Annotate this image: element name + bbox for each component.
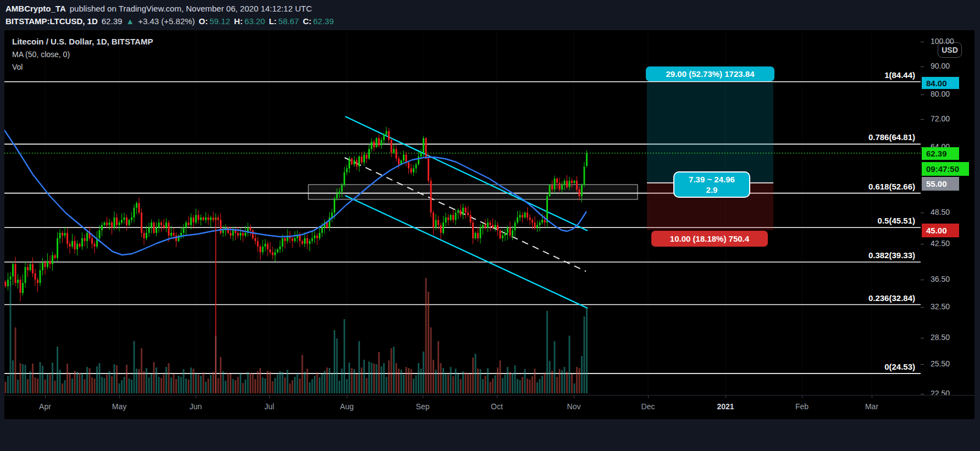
chart-widget: Litecoin / U.S. Dollar, 1D, BITSTAMP MA … bbox=[4, 30, 975, 419]
time-tick-mark bbox=[269, 396, 270, 398]
fib-level-label[interactable]: 0.5(45.51) bbox=[878, 216, 915, 225]
open-label: O: bbox=[199, 16, 208, 26]
time-tick-mark bbox=[726, 396, 726, 398]
chart-canvas bbox=[4, 30, 921, 395]
price-tick-mark bbox=[921, 213, 924, 213]
price-tick-mark bbox=[921, 364, 924, 365]
target-price-axis-label[interactable]: 84.00 bbox=[922, 77, 959, 89]
time-axis[interactable]: AprMayJunJulAugSepOctNovDec2021FebMar bbox=[4, 395, 975, 419]
riskreward-range: 7.39 ~ 24.96 bbox=[689, 174, 735, 185]
price-tick-label: 25.50 bbox=[931, 359, 950, 368]
close-label: C: bbox=[303, 16, 312, 26]
time-tick-mark bbox=[347, 396, 347, 398]
price-tick-mark bbox=[921, 394, 924, 394]
price-tick-label: 42.50 bbox=[931, 239, 950, 248]
ma-study-label[interactable]: MA (50, close, 0) bbox=[12, 50, 70, 59]
price-tick-label: 28.50 bbox=[931, 333, 950, 342]
time-axis-label: Mar bbox=[865, 402, 878, 411]
time-axis-label: Jun bbox=[190, 402, 202, 411]
time-tick-mark bbox=[574, 396, 574, 398]
open-value: 59.12 bbox=[209, 16, 230, 26]
price-tick-label: 72.00 bbox=[931, 114, 950, 123]
price-tick-label: 32.50 bbox=[931, 302, 950, 311]
time-axis-label: Jul bbox=[264, 402, 274, 411]
price-tick-mark bbox=[921, 338, 924, 338]
position-riskreward-label[interactable]: 7.39 ~ 24.96 2.9 bbox=[673, 171, 750, 198]
price-axis[interactable]: USD 100.0090.0080.0072.0064.0048.5042.50… bbox=[921, 30, 975, 395]
riskreward-ratio: 2.9 bbox=[706, 185, 718, 195]
author-name: AMBCrypto_TA bbox=[5, 4, 66, 13]
price-tick-label: 48.50 bbox=[931, 208, 950, 216]
price-tick-label: 80.00 bbox=[931, 90, 950, 98]
time-axis-label: Nov bbox=[567, 402, 581, 411]
volume-study-label[interactable]: Vol bbox=[12, 63, 23, 71]
time-axis-label: Apr bbox=[39, 402, 51, 411]
publish-header: AMBCrypto_TA published on TradingView.co… bbox=[0, 0, 980, 30]
price-pane[interactable]: Litecoin / U.S. Dollar, 1D, BITSTAMP MA … bbox=[4, 30, 921, 395]
fib-level-label[interactable]: 0(24.53) bbox=[884, 362, 915, 371]
time-tick-mark bbox=[802, 396, 802, 398]
price-tick-mark bbox=[921, 119, 924, 120]
high-label: H: bbox=[234, 16, 243, 26]
price-tick-mark bbox=[921, 280, 924, 280]
volume-layer bbox=[5, 278, 588, 393]
bar-countdown-label: 09:47:50 bbox=[922, 162, 969, 176]
time-axis-label: Oct bbox=[491, 402, 503, 411]
time-tick-mark bbox=[497, 396, 497, 398]
price-tick-mark bbox=[921, 94, 924, 95]
low-label: L: bbox=[269, 16, 276, 26]
price-tick-label: 90.00 bbox=[931, 62, 950, 70]
time-axis-label: Aug bbox=[340, 402, 354, 411]
rect-drawing-layer bbox=[308, 185, 638, 199]
low-value: 58.67 bbox=[278, 16, 299, 26]
last-price-axis-label[interactable]: 62.39 bbox=[922, 147, 959, 160]
position-stop-label[interactable]: 10.00 (18.18%) 750.4 bbox=[651, 231, 768, 247]
entry-price-axis-label[interactable]: 55.00 bbox=[922, 177, 959, 191]
price-tick-mark bbox=[921, 307, 924, 308]
high-value: 63.20 bbox=[245, 16, 265, 26]
last-price: 62.39 bbox=[102, 16, 123, 26]
time-tick-mark bbox=[423, 396, 423, 398]
time-tick-mark bbox=[45, 396, 46, 398]
stop-price-axis-label[interactable]: 45.00 bbox=[922, 224, 959, 237]
time-axis-label: May bbox=[112, 402, 126, 411]
price-tick-mark bbox=[921, 244, 924, 244]
time-axis-label: 2021 bbox=[717, 402, 734, 411]
close-value: 62.39 bbox=[313, 16, 334, 26]
fib-level-label[interactable]: 1(84.44) bbox=[884, 70, 915, 80]
time-tick-mark bbox=[119, 396, 120, 398]
position-tool-layer bbox=[647, 83, 773, 230]
fib-level-label[interactable]: 0.618(52.66) bbox=[868, 182, 915, 191]
symbol-name: BITSTAMP:LTCUSD, 1D bbox=[5, 16, 98, 26]
fib-level-label[interactable]: 0.382(39.33) bbox=[868, 250, 915, 260]
publish-line: AMBCrypto_TA published on TradingView.co… bbox=[5, 4, 312, 13]
up-arrow-icon: ▲ bbox=[126, 16, 134, 26]
footer-bar: TradingView bbox=[0, 419, 980, 451]
publish-info: published on TradingView.com, November 0… bbox=[70, 4, 312, 13]
time-tick-mark bbox=[872, 396, 872, 398]
time-tick-mark bbox=[196, 396, 196, 398]
symbol-line: BITSTAMP:LTCUSD, 1D 62.39 ▲ +3.43 (+5.82… bbox=[5, 16, 334, 26]
price-change: +3.43 (+5.82%) bbox=[138, 16, 195, 26]
position-target-label[interactable]: 29.00 (52.73%) 1723.84 bbox=[646, 66, 774, 81]
price-tick-mark bbox=[921, 42, 924, 42]
price-tick-label: 36.50 bbox=[931, 275, 950, 283]
price-tick-mark bbox=[921, 66, 924, 67]
time-axis-label: Sep bbox=[416, 402, 430, 411]
fib-level-label[interactable]: 0.786(64.81) bbox=[868, 132, 915, 142]
time-tick-mark bbox=[648, 396, 649, 398]
time-axis-label: Feb bbox=[795, 402, 809, 411]
fib-level-label[interactable]: 0.236(32.84) bbox=[868, 293, 915, 303]
time-axis-label: Dec bbox=[641, 402, 655, 411]
chart-title: Litecoin / U.S. Dollar, 1D, BITSTAMP bbox=[12, 37, 153, 46]
price-tick-label: 100.00 bbox=[931, 37, 954, 46]
